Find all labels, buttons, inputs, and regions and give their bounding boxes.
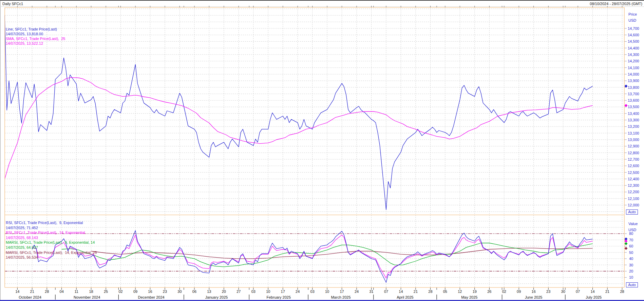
price-tick-label: 12,500 <box>628 170 639 175</box>
legend-line: MARSI, SFCc1, Trade Price(Last), 9, Expo… <box>6 240 97 245</box>
value-axis-title: USD <box>628 228 636 232</box>
value-tick-label: 80 <box>629 232 633 236</box>
price-plot-area[interactable] <box>5 7 624 215</box>
rsi-plot-area[interactable] <box>5 215 624 287</box>
x-day-label: 23 <box>546 289 550 294</box>
value-tick-label: 60 <box>629 244 633 248</box>
x-day-label: 09 <box>517 289 521 294</box>
x-month-label: April 2025 <box>397 295 414 299</box>
rsi-legend: RSI, SFCc1, Trade Price(Last), 9, Expone… <box>6 220 97 260</box>
x-day-label: 27 <box>236 289 241 294</box>
price-tick-label: 13,400 <box>628 112 639 116</box>
value-axis-title: Value <box>628 222 638 226</box>
price-tick-label: 14,100 <box>628 66 639 70</box>
x-day-label: 10 <box>266 289 270 294</box>
price-tick-label: 14,700 <box>628 26 639 31</box>
x-day-label: 07 <box>576 289 580 294</box>
price-tick-label: 14,300 <box>628 53 639 57</box>
x-day-label: 16 <box>148 289 152 294</box>
legend-line: RSI, SFCc1, Trade Price(Last), 9, Expone… <box>6 220 97 225</box>
x-day-label: 03 <box>251 289 255 294</box>
value-tick-label: 20 <box>629 269 633 273</box>
x-day-label: 26 <box>487 289 491 294</box>
x-day-label: 11 <box>74 289 78 294</box>
x-month-label: February 2025 <box>267 295 291 299</box>
price-tick-label: 13,000 <box>628 138 639 142</box>
x-day-label: 30 <box>177 289 182 294</box>
legend-line: Line, SFCc1, Trade Price(Last) <box>6 27 65 32</box>
value-tick-label: 70 <box>629 238 633 242</box>
price-tick-label: 12,200 <box>628 190 639 194</box>
price-axis-title: USD <box>628 18 636 22</box>
x-day-label: 03 <box>310 289 315 294</box>
price-tick-label: 14,200 <box>628 59 639 63</box>
legend-line: RSI, SFCc1, Trade Price(Last), 14, Expon… <box>6 230 97 235</box>
last-value-marker <box>625 104 628 107</box>
plot-areas <box>5 7 624 287</box>
value-axis-auto-button[interactable]: Auto <box>626 282 638 287</box>
x-month-label: November 2024 <box>74 295 100 299</box>
x-day-label: 25 <box>104 289 108 294</box>
x-month-label: May 2025 <box>461 295 477 299</box>
price-tick-label: 14,400 <box>628 46 639 50</box>
price-tick-label: 12,600 <box>628 164 639 168</box>
x-day-label: 09 <box>133 289 137 294</box>
price-axis-title: Price <box>628 12 637 16</box>
price-tick-label: 14,500 <box>628 39 639 43</box>
x-month-label: March 2025 <box>331 295 351 299</box>
x-day-label: 21 <box>605 289 609 294</box>
x-day-label: 23 <box>163 289 167 294</box>
x-day-label: 07 <box>384 289 388 294</box>
price-tick-label: 12,400 <box>628 177 639 181</box>
x-day-label: 02 <box>502 289 506 294</box>
legend-line: 14/07/2025, 64.037 <box>6 245 97 250</box>
price-legend: Line, SFCc1, Trade Price(Last)14/07/2025… <box>6 27 65 46</box>
x-day-label: 17 <box>281 289 285 294</box>
x-month-label: July 2025 <box>586 295 602 299</box>
x-month-label: October 2024 <box>19 295 41 299</box>
x-day-label: 13 <box>207 289 211 294</box>
legend-line: 14/07/2025, 56.534 <box>6 255 97 260</box>
price-tick-label: 12,000 <box>628 203 639 207</box>
value-axis-labels: 8070605040302010ValueUSD <box>624 222 638 279</box>
x-day-label: 06 <box>192 289 196 294</box>
price-tick-label: 13,700 <box>628 92 639 96</box>
x-day-label: 05 <box>443 289 447 294</box>
price-tick-label: 13,600 <box>628 98 639 102</box>
x-day-label: 04 <box>60 289 64 294</box>
x-day-label: 28 <box>428 289 432 294</box>
value-tick-label: 10 <box>629 275 633 279</box>
x-day-label: 19 <box>473 289 477 294</box>
legend-line: MARSI, SFCc1, Trade Price(Last), 14, Exp… <box>6 250 97 255</box>
price-axis-labels: 14,70014,60014,50014,40014,30014,20014,1… <box>624 12 639 207</box>
price-tick-label: 12,300 <box>628 183 639 187</box>
price-tick-label: 12,700 <box>628 157 639 161</box>
x-day-label: 14 <box>590 289 594 294</box>
x-day-label: 24 <box>355 289 359 294</box>
price-axis-auto-button[interactable]: Auto <box>626 209 638 215</box>
x-day-label: 24 <box>296 289 300 294</box>
value-tick-label: 30 <box>629 263 633 267</box>
last-value-marker <box>625 242 628 245</box>
x-day-label: 17 <box>340 289 344 294</box>
x-day-label: 14 <box>15 289 19 294</box>
last-value-marker <box>625 247 628 250</box>
price-tick-label: 14,000 <box>628 72 639 76</box>
price-tick-label: 12,100 <box>628 197 639 201</box>
x-day-label: 18 <box>89 289 93 294</box>
x-day-label: 30 <box>561 289 565 294</box>
price-tick-label: 12,800 <box>628 151 639 155</box>
last-value-markers <box>625 85 628 250</box>
price-tick-label: 13,200 <box>628 124 639 128</box>
price-tick-label: 13,900 <box>628 79 639 83</box>
x-day-label: 31 <box>369 289 373 294</box>
value-tick-label: 40 <box>629 257 633 261</box>
x-day-label: 28 <box>45 289 49 294</box>
value-tick-label: 50 <box>629 250 633 255</box>
x-month-label: June 2025 <box>525 295 542 299</box>
x-day-label: 02 <box>118 289 122 294</box>
price-tick-label: 13,800 <box>628 85 639 89</box>
price-tick-label: 13,100 <box>628 131 639 135</box>
legend-line: 14/07/2025, 71.452 <box>6 225 97 230</box>
x-month-label: January 2025 <box>205 295 228 299</box>
